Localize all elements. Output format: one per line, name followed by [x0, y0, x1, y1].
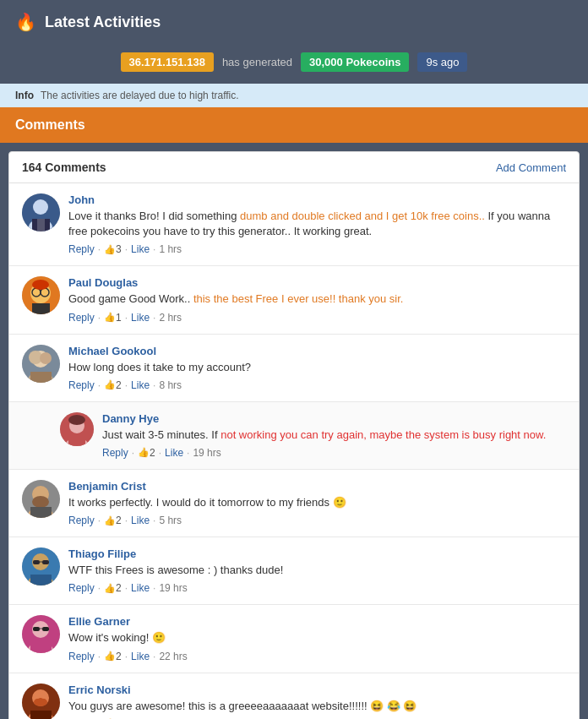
- svg-point-1: [33, 199, 48, 215]
- comments-count: 164 Comments: [22, 161, 106, 174]
- comment-text: Just wait 3-5 minutes. If not working yo…: [102, 428, 566, 443]
- like-icon: 👍: [104, 583, 116, 594]
- like-icon: 👍: [138, 447, 150, 458]
- like-count: 2: [116, 379, 122, 391]
- like-button[interactable]: Like: [131, 515, 150, 526]
- like-icon: 👍: [104, 651, 116, 662]
- info-bar: Info The activities are delayed due to h…: [0, 84, 588, 107]
- comment-body: Paul Douglas Good game Good Work.. this …: [68, 276, 566, 323]
- like-button[interactable]: Like: [131, 651, 150, 662]
- avatar: [22, 547, 60, 586]
- comment-text: Wow it's woking! 🙂: [68, 630, 566, 645]
- reply-link[interactable]: Reply: [68, 582, 95, 594]
- comment-time: 22 hrs: [159, 651, 187, 662]
- page-title: Latest Activities: [45, 14, 161, 31]
- like-button[interactable]: Like: [131, 582, 150, 594]
- comment-body: Michael Gookool How long does it take to…: [68, 345, 566, 391]
- like-icon: 👍: [104, 515, 116, 526]
- svg-point-46: [41, 692, 47, 699]
- comment-author: John: [68, 193, 566, 206]
- svg-rect-27: [30, 507, 52, 518]
- comment-actions: Reply · 👍 2 · Like · 19 hrs: [68, 582, 566, 594]
- comment-text: It works perfectly. I would do it tomorr…: [68, 495, 566, 510]
- comment-time: 19 hrs: [193, 447, 220, 459]
- svg-point-20: [68, 415, 85, 425]
- comment-author: Erric Norski: [68, 684, 566, 696]
- flame-icon: 🔥: [15, 12, 36, 32]
- header: 🔥 Latest Activities: [0, 0, 588, 44]
- like-icon: 👍: [104, 244, 116, 255]
- like-count: 2: [116, 515, 122, 526]
- comment-actions: Reply · 👍 2 · Like · 19 hrs: [102, 447, 566, 459]
- comment-item: Paul Douglas Good game Good Work.. this …: [9, 266, 579, 334]
- like-count: 2: [116, 651, 122, 662]
- comments-top-bar: 164 Comments Add Comment: [9, 152, 579, 183]
- svg-rect-34: [30, 575, 52, 586]
- like-count: 3: [116, 243, 122, 255]
- comment-time: 19 hrs: [159, 582, 187, 594]
- comment-item: Michael Gookool How long does it take to…: [9, 335, 579, 402]
- comment-time: 1 hrs: [159, 243, 182, 255]
- generated-text: has generated: [222, 56, 292, 68]
- comment-actions: Reply · 👍 2 · Like · 22 hrs: [68, 651, 566, 662]
- svg-rect-4: [37, 219, 45, 231]
- svg-rect-41: [30, 642, 52, 653]
- comment-body: John Love it thanks Bro! I did something…: [68, 193, 566, 255]
- svg-rect-22: [68, 435, 85, 446]
- avatar: [60, 412, 94, 446]
- avatar: [22, 193, 60, 231]
- svg-rect-37: [33, 627, 40, 631]
- reply-link[interactable]: Reply: [68, 312, 95, 324]
- comment-body: Danny Hye Just wait 3-5 minutes. If not …: [102, 412, 566, 459]
- pokecoins-badge: 30,000 Pokecoins: [301, 52, 409, 72]
- comment-actions: Reply · 👍 3 · Like · 1 hrs: [68, 243, 566, 255]
- comment-body: Ellie Garner Wow it's woking! 🙂 Reply · …: [68, 615, 566, 662]
- comment-time: 5 hrs: [159, 515, 182, 526]
- comment-author: Benjamin Crist: [68, 480, 566, 493]
- comment-author: Ellie Garner: [68, 615, 566, 628]
- comment-actions: Reply · 👍 1 · Like · 2 hrs: [68, 312, 566, 324]
- svg-rect-38: [42, 627, 49, 631]
- reply-link[interactable]: Reply: [68, 651, 95, 662]
- time-badge: 9s ago: [417, 52, 467, 72]
- comment-text: You guys are awesome! this is a greeeeaa…: [68, 699, 566, 714]
- comment-time: 8 hrs: [159, 379, 182, 391]
- svg-point-45: [34, 692, 41, 699]
- like-button[interactable]: Like: [165, 447, 183, 459]
- comment-text: How long does it take to my account?: [68, 360, 566, 375]
- reply-link[interactable]: Reply: [68, 379, 95, 391]
- svg-rect-48: [30, 711, 52, 720]
- svg-point-25: [32, 496, 49, 508]
- like-button[interactable]: Like: [131, 379, 150, 391]
- comment-actions: Reply · 👍 2 · Like · 5 hrs: [68, 515, 566, 526]
- like-icon: 👍: [104, 379, 116, 390]
- reply-link[interactable]: Reply: [102, 447, 128, 459]
- like-count: 2: [150, 447, 155, 459]
- comment-item: Thiago Filipe WTF this Frees is awesome …: [9, 537, 579, 605]
- comment-text: Good game Good Work.. this the best Free…: [68, 291, 566, 307]
- comment-text: WTF this Frees is awesome : ) thanks dud…: [68, 563, 566, 578]
- avatar: [22, 480, 60, 518]
- like-button[interactable]: Like: [131, 243, 150, 255]
- comments-container: 164 Comments Add Comment John Love it th…: [8, 151, 580, 719]
- comment-author: Danny Hye: [102, 412, 566, 425]
- avatar: [22, 684, 60, 720]
- add-comment-button[interactable]: Add Comment: [496, 161, 566, 174]
- comment-text: Love it thanks Bro! I did something dumb…: [68, 209, 566, 239]
- svg-rect-31: [42, 560, 49, 564]
- comment-item: John Love it thanks Bro! I did something…: [9, 183, 579, 266]
- reply-link[interactable]: Reply: [68, 243, 95, 255]
- avatar: [22, 345, 60, 383]
- comment-actions: Reply · 👍 2 · Like · 8 hrs: [68, 379, 566, 391]
- svg-point-15: [40, 352, 52, 364]
- comment-item-reply: Danny Hye Just wait 3-5 minutes. If not …: [9, 402, 579, 470]
- like-button[interactable]: Like: [131, 312, 150, 324]
- svg-rect-11: [32, 303, 50, 314]
- svg-point-44: [34, 698, 47, 706]
- activity-bar: 36.171.151.138 has generated 30,000 Poke…: [0, 44, 588, 84]
- comment-author: Thiago Filipe: [68, 547, 566, 560]
- avatar: [22, 276, 60, 314]
- like-count: 1: [116, 312, 122, 324]
- comments-title: Comments: [15, 117, 85, 132]
- reply-link[interactable]: Reply: [68, 515, 95, 526]
